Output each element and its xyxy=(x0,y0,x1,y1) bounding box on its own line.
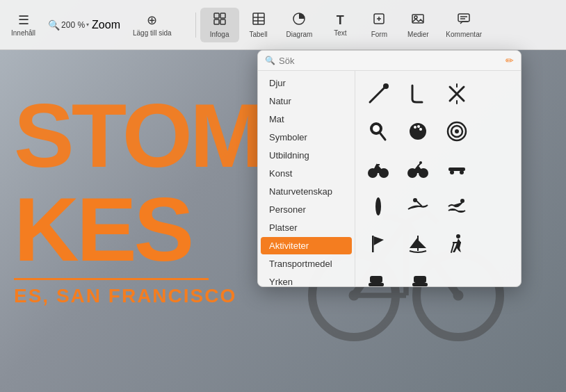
toolbar-left: ☰ Innehåll 🔍 200 % ▾ Zoom ⊕ Lägg till si… xyxy=(6,10,177,40)
zoom-value: 200 % xyxy=(61,20,85,30)
svg-rect-49 xyxy=(448,168,465,171)
category-transportmedel[interactable]: Transportmedel xyxy=(261,255,352,272)
icon-sailboat[interactable] xyxy=(401,227,435,261)
svg-line-36 xyxy=(380,133,385,140)
zoom-control[interactable]: 🔍 200 % ▾ Zoom xyxy=(44,17,124,33)
icon-empty1[interactable] xyxy=(439,76,474,111)
canvas-text-kes: KES xyxy=(14,184,191,275)
icon-empty2[interactable] xyxy=(479,76,514,111)
toolbar: ☰ Innehåll 🔍 200 % ▾ Zoom ⊕ Lägg till si… xyxy=(0,0,566,50)
category-natur[interactable]: Natur xyxy=(261,92,352,110)
infoga-icon xyxy=(213,12,227,29)
category-symboler[interactable]: Symboler xyxy=(261,129,352,146)
lagg-till-sida-label: Lägg till sida xyxy=(133,29,172,37)
canvas-text-sf: ES, SAN FRANCISCO xyxy=(14,285,236,307)
icon-empty7[interactable] xyxy=(439,264,474,286)
icon-bicycle2[interactable] xyxy=(401,152,435,186)
form-label: Form xyxy=(371,31,387,38)
icon-ping-pong[interactable] xyxy=(361,114,396,149)
icon-empty5[interactable] xyxy=(479,189,514,224)
kommentar-label: Kommentar xyxy=(446,31,482,38)
icon-target[interactable] xyxy=(439,114,474,149)
category-list: Djur Natur Mat Symboler Utbildning Konst… xyxy=(258,71,355,286)
svg-point-29 xyxy=(383,83,389,89)
kommentar-button[interactable]: Kommentar xyxy=(437,8,490,42)
svg-rect-12 xyxy=(214,13,219,18)
svg-rect-64 xyxy=(414,276,426,283)
infoga-button[interactable]: Infoga xyxy=(200,8,239,42)
category-utbildning[interactable]: Utbildning xyxy=(261,147,352,164)
innehall-icon: ☰ xyxy=(18,13,29,28)
svg-point-39 xyxy=(417,125,420,128)
tabell-label: Tabell xyxy=(249,31,267,38)
icon-hockey-stick[interactable] xyxy=(401,76,435,111)
icon-swimming[interactable] xyxy=(439,189,474,224)
medier-icon xyxy=(411,12,425,29)
category-djur[interactable]: Djur xyxy=(261,74,352,92)
insert-popup: 🔍 ✏ Djur Natur Mat Symboler Utbildning K… xyxy=(257,50,521,287)
icon-flag[interactable] xyxy=(361,227,396,261)
zoom-arrow-icon: ▾ xyxy=(86,22,89,28)
icon-rollerblade1[interactable] xyxy=(361,264,396,286)
search-icon: 🔍 xyxy=(265,56,275,65)
category-mat[interactable]: Mat xyxy=(261,111,352,128)
svg-rect-26 xyxy=(458,14,469,22)
canvas-line xyxy=(14,278,209,280)
canvas-text-stom: STOM xyxy=(14,90,262,181)
icon-surfboard[interactable] xyxy=(361,189,396,224)
toolbar-separator xyxy=(195,13,196,38)
icon-empty8[interactable] xyxy=(479,264,514,286)
icon-rollerblade2[interactable] xyxy=(401,264,435,286)
search-input[interactable] xyxy=(279,56,506,66)
svg-point-38 xyxy=(414,126,417,129)
svg-point-52 xyxy=(375,197,381,215)
pencil-icon[interactable]: ✏ xyxy=(506,55,514,66)
svg-rect-59 xyxy=(370,276,382,283)
text-label: Text xyxy=(334,29,346,37)
form-icon xyxy=(372,12,386,29)
category-yrken[interactable]: Yrken xyxy=(261,273,352,286)
diagram-button[interactable]: Diagram xyxy=(278,8,321,42)
lagg-till-sida-button[interactable]: ⊕ Lägg till sida xyxy=(127,10,177,40)
medier-button[interactable]: Medier xyxy=(398,8,437,42)
category-platser[interactable]: Platser xyxy=(261,219,352,236)
icon-rowing[interactable] xyxy=(401,189,435,224)
category-naturvetenskap[interactable]: Naturvetenskap xyxy=(261,183,352,200)
icon-baseball-bat[interactable] xyxy=(361,76,396,111)
icon-empty3[interactable] xyxy=(479,114,514,149)
search-bar: 🔍 ✏ xyxy=(258,51,521,71)
toolbar-main-items: Infoga Tabell Diagram xyxy=(200,8,490,42)
icon-bicycle[interactable] xyxy=(361,152,396,186)
text-icon: T xyxy=(337,13,344,28)
svg-point-48 xyxy=(419,161,422,164)
category-personer[interactable]: Personer xyxy=(261,201,352,218)
svg-point-51 xyxy=(460,170,464,174)
tabell-icon xyxy=(252,12,266,29)
zoom-icon: 🔍 xyxy=(48,19,60,31)
diagram-icon xyxy=(292,12,306,29)
icon-hiking[interactable] xyxy=(439,227,474,261)
diagram-label: Diagram xyxy=(286,31,313,38)
icon-empty6[interactable] xyxy=(479,227,514,261)
medier-label: Medier xyxy=(407,31,429,38)
svg-rect-13 xyxy=(220,13,225,18)
icon-bowling-ball[interactable] xyxy=(401,114,435,149)
svg-point-35 xyxy=(373,125,380,132)
kommentar-icon xyxy=(457,12,471,29)
icon-skateboard[interactable] xyxy=(439,152,474,186)
icon-empty4[interactable] xyxy=(479,152,514,186)
text-button[interactable]: T Text xyxy=(321,9,359,41)
category-konst[interactable]: Konst xyxy=(261,165,352,182)
tabell-button[interactable]: Tabell xyxy=(239,8,278,42)
category-aktiviteter[interactable]: Aktiviteter xyxy=(261,237,352,254)
svg-point-43 xyxy=(455,129,459,133)
svg-point-57 xyxy=(456,234,460,238)
svg-point-50 xyxy=(450,170,454,174)
infoga-label: Infoga xyxy=(210,31,229,38)
add-page-icon: ⊕ xyxy=(147,13,157,28)
innehall-button[interactable]: ☰ Innehåll xyxy=(6,10,41,40)
svg-point-54 xyxy=(413,198,417,202)
zoom-label: Zoom xyxy=(92,19,120,31)
form-button[interactable]: Form xyxy=(359,8,398,42)
svg-rect-56 xyxy=(372,236,374,252)
